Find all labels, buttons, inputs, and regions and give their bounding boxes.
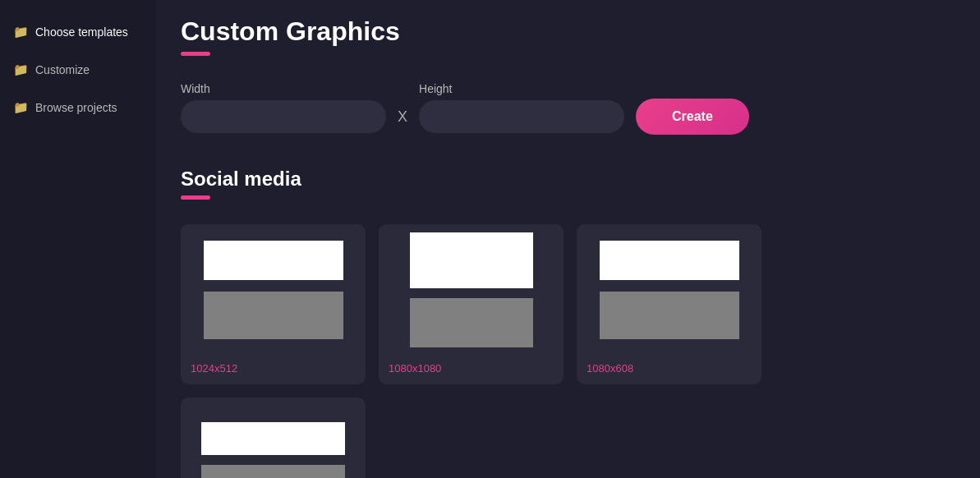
sidebar-item-browse-projects[interactable]: 📁 Browse projects [0,92,156,123]
sidebar-item-customize[interactable]: 📁 Customize [0,54,156,85]
thumb-white-4 [201,422,345,455]
template-card-3[interactable]: 1080x608 [577,224,761,384]
thumb-1 [204,241,343,339]
width-input[interactable] [181,100,386,133]
main-content: Custom Graphics Width X Height Create So… [156,0,980,478]
thumb-3 [600,241,739,339]
folder-icon: 📁 [13,100,29,115]
title-underline [181,52,210,56]
height-input[interactable] [419,100,624,133]
sidebar-item-label: Browse projects [35,101,117,114]
thumb-gray-3 [600,292,739,339]
card-preview-1 [181,224,366,356]
card-preview-3 [577,224,761,356]
create-button[interactable]: Create [636,99,749,135]
sidebar-item-label: Customize [35,63,90,76]
thumb-white-1 [204,241,343,280]
template-card-1[interactable]: 1024x512 [181,224,366,384]
card-label-2: 1080x1080 [379,356,564,384]
thumb-gray-4 [201,465,345,478]
card-label-1: 1024x512 [181,356,366,384]
custom-size-row: Width X Height Create [181,80,955,135]
template-cards-row: 1024x512 1080x1080 [181,224,955,478]
sidebar: 📁 Choose templates 📁 Customize 📁 Browse … [0,0,156,478]
template-card-2[interactable]: 1080x1080 [379,224,564,384]
template-card-4[interactable]: 1200x444 [181,398,366,478]
social-media-section: Social media 1024x512 [181,168,955,478]
thumb-gray-2 [410,298,533,347]
section-underline [181,195,210,200]
x-separator: X [398,108,407,126]
thumb-white-3 [600,241,739,280]
height-label: Height [419,82,624,95]
thumb-4 [201,422,345,478]
card-preview-4 [181,398,366,478]
card-label-3: 1080x608 [577,356,761,384]
thumb-2 [410,232,533,347]
page-title: Custom Graphics [181,16,955,47]
thumb-white-2 [410,232,533,288]
height-field-group: Height [419,82,624,133]
card-preview-2 [379,224,564,356]
sidebar-item-choose-templates[interactable]: 📁 Choose templates [0,16,156,48]
folder-icon: 📁 [13,62,29,77]
folder-icon: 📁 [13,25,29,39]
width-field-group: Width [181,82,386,133]
width-label: Width [181,82,386,95]
social-media-title: Social media [181,168,955,191]
sidebar-item-label: Choose templates [35,25,128,39]
thumb-gray-1 [204,292,343,339]
